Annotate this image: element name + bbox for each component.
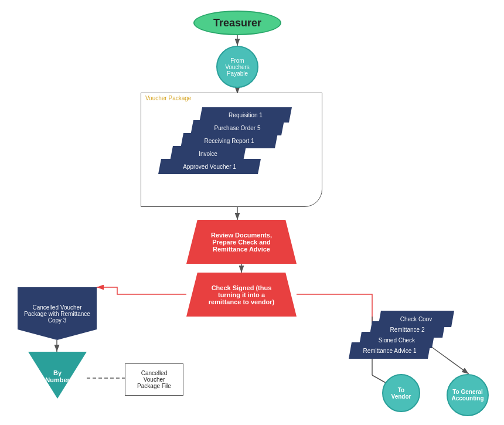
- review-documents-label: Review Documents, Prepare Check and Remi…: [199, 232, 284, 253]
- by-number-triangle: By Number: [28, 352, 87, 399]
- doc-approved-voucher: Approved Voucher 1: [158, 159, 261, 174]
- to-vendor-label: To Vendor: [391, 387, 411, 400]
- from-vouchers-label: From Vouchers Payable: [225, 57, 250, 77]
- check-signed-label: Check Signed (thus turning it into a rem…: [197, 284, 286, 305]
- to-general-accounting-circle: To General Accounting: [447, 374, 489, 416]
- to-vendor-circle: To Vendor: [382, 374, 420, 412]
- cancelled-file-box: Cancelled Voucher Package File: [125, 363, 183, 396]
- to-ga-label: To General Accounting: [452, 389, 484, 402]
- treasurer-label: Treasurer: [213, 17, 261, 29]
- diagram: Treasurer From Vouchers Payable Voucher …: [0, 0, 504, 425]
- treasurer-ellipse: Treasurer: [193, 11, 281, 35]
- cancelled-voucher-shape: Cancelled Voucher Package with Remittanc…: [18, 287, 97, 340]
- right-doc-remittance-advice: Remittance Advice 1: [349, 342, 431, 359]
- review-documents-shape: Review Documents, Prepare Check and Remi…: [186, 220, 297, 264]
- from-vouchers-circle: From Vouchers Payable: [216, 46, 258, 88]
- check-signed-shape: Check Signed (thus turning it into a rem…: [186, 273, 297, 317]
- cancelled-file-label: Cancelled Voucher Package File: [137, 370, 171, 389]
- voucher-package-label: Voucher Package: [145, 95, 191, 101]
- by-number-label: By Number: [45, 369, 70, 383]
- cancelled-voucher-label: Cancelled Voucher Package with Remittanc…: [24, 304, 90, 324]
